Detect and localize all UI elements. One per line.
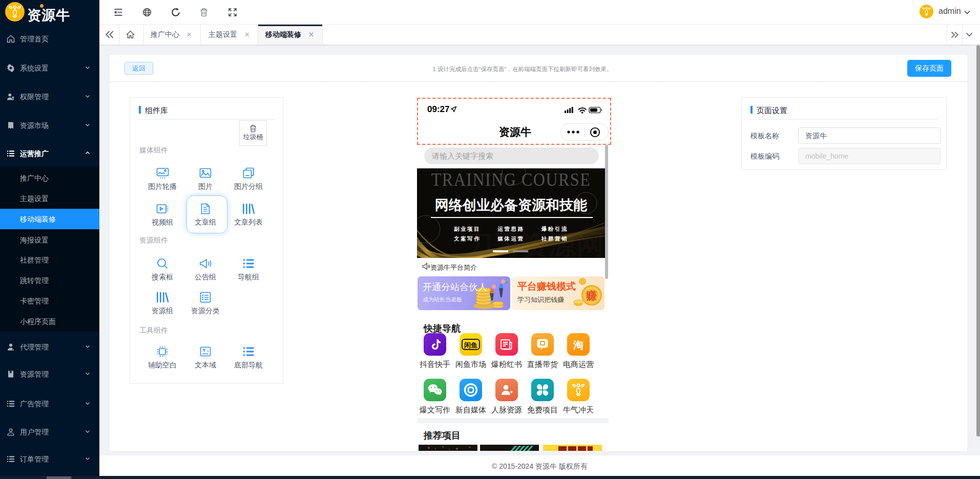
svg-text:闲鱼: 闲鱼 bbox=[464, 341, 477, 349]
svg-text:淘: 淘 bbox=[573, 339, 583, 351]
svg-text:赚: 赚 bbox=[586, 290, 597, 301]
